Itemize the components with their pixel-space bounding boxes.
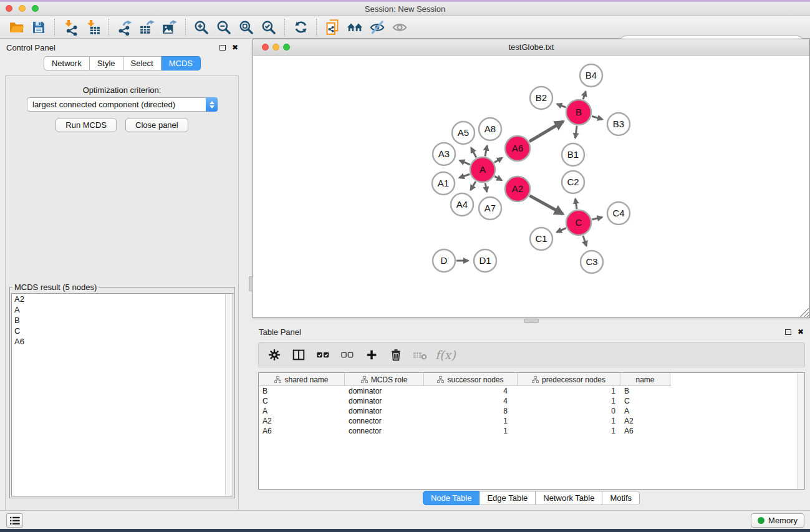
graph-edge-A2-C[interactable] [529, 196, 562, 214]
run-mcds-button[interactable]: Run MCDS [55, 118, 117, 132]
list-item[interactable]: B [12, 315, 233, 326]
hide-selected-button[interactable] [366, 18, 388, 37]
refresh-button[interactable] [289, 18, 312, 37]
float-panel-icon[interactable] [219, 45, 226, 51]
tab-style[interactable]: Style [90, 56, 123, 70]
list-scrollbar[interactable] [225, 294, 233, 496]
table-row[interactable]: Bdominator41B [259, 386, 804, 396]
column-header-mcds-role[interactable]: MCDS role [345, 373, 424, 386]
graph-edge-A-A7[interactable] [485, 183, 487, 192]
tab-node-table[interactable]: Node Table [423, 491, 480, 505]
graph-node-A1[interactable]: A1 [432, 172, 455, 195]
zoom-out-button[interactable] [213, 18, 235, 37]
graph-node-A6[interactable]: A6 [505, 136, 530, 161]
list-item[interactable]: C [12, 326, 233, 336]
delete-columns-button[interactable] [387, 346, 405, 364]
tab-motifs[interactable]: Motifs [602, 491, 640, 505]
network-graph[interactable]: AA1A2A3A4A5A6A7A8BB1B2B3B4CC1C2C3C4DD1 [253, 56, 809, 317]
tab-select[interactable]: Select [123, 56, 162, 70]
show-all-networks-button[interactable] [344, 18, 366, 37]
tab-mcds[interactable]: MCDS [162, 56, 201, 70]
export-network-button[interactable] [113, 18, 136, 37]
table-scrollbar[interactable] [797, 373, 804, 489]
graph-node-C4[interactable]: C4 [607, 202, 630, 225]
horizontal-splitter-handle[interactable] [524, 319, 539, 323]
graph-node-A4[interactable]: A4 [451, 193, 473, 216]
graph-edge-A-A5[interactable] [471, 148, 476, 158]
list-item[interactable]: A2 [12, 294, 233, 304]
memory-button[interactable]: Memory [751, 513, 804, 528]
table-row[interactable]: A2connector11A2 [259, 416, 804, 426]
graph-node-D1[interactable]: D1 [474, 249, 496, 272]
graph-edge-A-A6[interactable] [494, 158, 502, 163]
graph-node-A8[interactable]: A8 [479, 118, 501, 140]
table-row[interactable]: Adominator80A [259, 406, 804, 416]
graph-node-D[interactable]: D [433, 249, 455, 272]
tab-edge-table[interactable]: Edge Table [480, 491, 536, 505]
save-session-button[interactable] [27, 18, 50, 37]
graph-edge-A-A4[interactable] [471, 181, 476, 190]
graph-edge-B-B3[interactable] [592, 116, 602, 119]
close-panel-button[interactable]: Close panel [125, 118, 188, 132]
graph-edge-C-C3[interactable] [583, 236, 587, 246]
graph-edge-A-A1[interactable] [459, 174, 470, 178]
graph-edge-B-B1[interactable] [576, 126, 577, 138]
unselect-all-columns-button[interactable] [338, 346, 357, 364]
graph-edge-A6-B[interactable] [529, 122, 563, 142]
graph-node-B3[interactable]: B3 [607, 113, 630, 135]
network-canvas[interactable]: AA1A2A3A4A5A6A7A8BB1B2B3B4CC1C2C3C4DD1 [253, 56, 809, 317]
graph-edge-C-C4[interactable] [592, 217, 602, 220]
graph-node-C[interactable]: C [566, 210, 591, 235]
delete-table-button[interactable] [411, 346, 430, 364]
zoom-in-button[interactable] [190, 18, 213, 37]
node-table[interactable]: shared nameMCDS rolesuccessor nodesprede… [258, 372, 805, 490]
column-header-predecessor-nodes[interactable]: predecessor nodes [518, 373, 620, 386]
zoom-fit-button[interactable] [235, 18, 258, 37]
tab-network-table[interactable]: Network Table [536, 491, 602, 505]
export-image-button[interactable] [158, 18, 181, 37]
graph-node-C2[interactable]: C2 [562, 171, 584, 193]
open-session-button[interactable] [5, 18, 27, 37]
column-header-shared-name[interactable]: shared name [259, 373, 345, 386]
graph-node-B4[interactable]: B4 [580, 64, 602, 87]
graph-node-B[interactable]: B [566, 100, 591, 125]
graph-node-A2[interactable]: A2 [505, 177, 530, 201]
graph-node-B2[interactable]: B2 [530, 87, 552, 109]
graph-node-C1[interactable]: C1 [530, 228, 552, 250]
import-network-button[interactable] [59, 18, 82, 37]
show-selected-button[interactable] [388, 18, 411, 37]
graph-edge-C-C1[interactable] [557, 228, 566, 233]
table-row[interactable]: A6connector11A6 [259, 426, 804, 436]
tab-network[interactable]: Network [44, 56, 90, 70]
new-network-from-selection-button[interactable] [321, 18, 344, 37]
graph-edge-A-A2[interactable] [494, 177, 501, 180]
create-column-button[interactable] [362, 346, 381, 364]
resize-grip[interactable] [800, 308, 809, 317]
graph-edge-A-A3[interactable] [460, 160, 470, 165]
close-panel-icon[interactable]: ✖ [232, 44, 238, 51]
mcds-result-list[interactable]: A2ABCA6 [11, 293, 233, 496]
column-header-successor-nodes[interactable]: successor nodes [424, 373, 518, 386]
graph-edge-A-A8[interactable] [485, 146, 487, 157]
function-builder-button[interactable]: f(x) [435, 346, 456, 364]
import-table-button[interactable] [82, 18, 104, 37]
optimization-criterion-select[interactable]: largest connected component (directed) [27, 97, 218, 112]
graph-edge-B-B2[interactable] [557, 104, 566, 107]
export-table-button[interactable] [136, 18, 158, 37]
graph-edge-B-B4[interactable] [583, 92, 586, 100]
close-panel-icon[interactable]: ✖ [798, 328, 804, 336]
graph-node-A[interactable]: A [470, 157, 495, 182]
graph-node-A3[interactable]: A3 [433, 143, 455, 165]
show-columns-button[interactable] [289, 346, 308, 364]
column-header-name[interactable]: name [620, 373, 670, 386]
graph-node-A7[interactable]: A7 [479, 197, 501, 220]
graph-node-C3[interactable]: C3 [581, 251, 603, 273]
graph-node-A5[interactable]: A5 [452, 122, 475, 144]
vertical-splitter-handle[interactable] [249, 276, 253, 291]
zoom-selected-button[interactable] [258, 18, 280, 37]
float-panel-icon[interactable] [785, 329, 791, 335]
list-item[interactable]: A6 [12, 336, 233, 347]
list-item[interactable]: A [12, 304, 233, 315]
graph-node-B1[interactable]: B1 [562, 143, 584, 166]
table-row[interactable]: Cdominator41C [259, 396, 804, 406]
